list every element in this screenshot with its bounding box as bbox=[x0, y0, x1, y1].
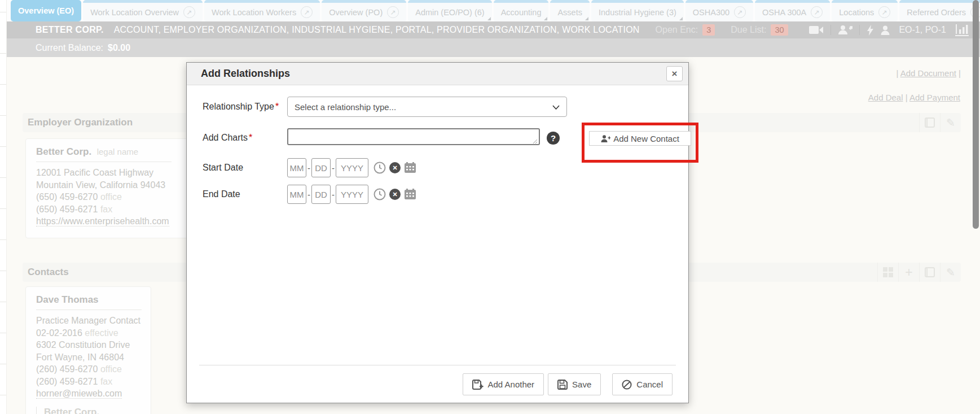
contact-email: horner@mieweb.com bbox=[36, 387, 140, 400]
clear-date-icon[interactable]: ✕ bbox=[389, 189, 401, 200]
open-in-new-icon[interactable]: ↗ bbox=[878, 6, 890, 18]
end-date-day-input[interactable] bbox=[311, 185, 331, 204]
left-collapsed-panel[interactable] bbox=[0, 0, 7, 414]
open-in-new-icon[interactable]: ↗ bbox=[387, 6, 399, 18]
cancel-button[interactable]: Cancel bbox=[612, 373, 673, 395]
add-charts-input[interactable] bbox=[287, 128, 540, 145]
tab-locations[interactable]: Locations ↗ bbox=[832, 0, 898, 21]
end-date-month-input[interactable] bbox=[287, 185, 306, 204]
save-button[interactable]: Save bbox=[548, 373, 601, 395]
employer-website-link[interactable]: https://www.enterprisehealth.com bbox=[36, 216, 169, 226]
edit-pencil-icon[interactable]: ✎ bbox=[940, 263, 961, 282]
video-camera-icon[interactable] bbox=[809, 25, 824, 34]
scrollbar-thumb[interactable] bbox=[973, 0, 979, 229]
tab-accounting[interactable]: Accounting bbox=[494, 0, 549, 21]
contact-phone-office: (260) 459-6270 office bbox=[36, 363, 140, 376]
add-document-link[interactable]: Add Document bbox=[900, 68, 956, 78]
close-icon[interactable]: × bbox=[666, 66, 683, 81]
separator: | bbox=[896, 68, 898, 78]
tab-label: Work Location Overview bbox=[90, 8, 179, 17]
add-new-contact-button[interactable]: Add New Contact bbox=[589, 131, 691, 146]
employer-section-icons: ✎ bbox=[919, 113, 961, 132]
start-date-month-input[interactable] bbox=[287, 158, 306, 177]
open-enc-label: Open Enc: bbox=[656, 25, 698, 35]
add-relationships-modal: Add Relationships × Relationship Type* S… bbox=[186, 62, 689, 403]
tab-menu-corner-icon bbox=[487, 17, 491, 20]
contact-phone-fax: (260) 459-6271 fax bbox=[36, 376, 140, 388]
edit-pencil-icon[interactable]: ✎ bbox=[940, 113, 961, 132]
open-in-new-icon[interactable]: ↗ bbox=[811, 6, 823, 18]
contact-next-entry-partial: Better Corp. bbox=[36, 407, 140, 414]
due-list-badge[interactable]: 30 bbox=[771, 24, 788, 36]
open-in-new-icon[interactable]: ↗ bbox=[301, 6, 313, 18]
tab-label: Locations bbox=[839, 8, 874, 17]
tab-assets[interactable]: Assets bbox=[550, 0, 590, 21]
tab-referred-orders[interactable]: Referred Orders ↗ bbox=[899, 0, 980, 21]
contact-effective: 02-02-2016 effective bbox=[36, 327, 140, 339]
calendar-icon[interactable] bbox=[404, 162, 416, 173]
tab-admin-eo-po-6[interactable]: Admin (EO/PO) (6) bbox=[408, 0, 491, 21]
end-date-year-input[interactable] bbox=[336, 185, 368, 204]
relationship-type-select[interactable]: Select a relationship type... bbox=[287, 97, 567, 117]
contacts-section-icons: + ✎ bbox=[877, 263, 961, 282]
log-book-icon[interactable] bbox=[919, 113, 940, 132]
open-in-new-icon[interactable]: ↗ bbox=[183, 6, 195, 18]
contact-card: Dave Thomas Practice Manager Contact 02-… bbox=[25, 286, 151, 414]
save-plus-icon bbox=[472, 380, 484, 390]
tab-osha300[interactable]: OSHA300 ↗ bbox=[685, 0, 753, 21]
page-links-second: Add Deal | Add Payment bbox=[868, 93, 960, 102]
save-icon bbox=[557, 380, 568, 390]
add-person-icon[interactable] bbox=[838, 25, 852, 35]
tab-overview-po[interactable]: Overview (PO) ↗ bbox=[322, 0, 406, 21]
header-right-icons: EO-1, PO-1 bbox=[809, 24, 969, 36]
calendar-icon[interactable] bbox=[404, 189, 416, 200]
contact-address-line1: 6302 Constitution Drive bbox=[36, 339, 140, 351]
log-book-icon[interactable] bbox=[919, 263, 940, 282]
due-list-label: Due List: bbox=[731, 25, 766, 35]
start-date-year-input[interactable] bbox=[336, 158, 368, 177]
tab-overview-eo[interactable]: Overview (EO) bbox=[11, 0, 81, 21]
tab-label: Overview (EO) bbox=[18, 6, 74, 15]
clock-icon[interactable] bbox=[373, 162, 386, 174]
end-date-label: End Date bbox=[203, 189, 287, 199]
clear-date-icon[interactable]: ✕ bbox=[389, 162, 401, 173]
tab-label: Overview (PO) bbox=[329, 8, 383, 17]
open-enc-badge[interactable]: 3 bbox=[702, 24, 715, 36]
modal-title: Add Relationships bbox=[201, 68, 290, 80]
cancel-icon bbox=[622, 380, 632, 390]
tab-label: OSHA 300A bbox=[762, 8, 806, 17]
tab-label: Assets bbox=[557, 8, 582, 17]
add-payment-link[interactable]: Add Payment bbox=[909, 93, 960, 102]
tab-label: OSHA300 bbox=[693, 8, 729, 17]
relationship-type-row: Relationship Type* Select a relationship… bbox=[203, 97, 567, 117]
tab-label: Work Location Workers bbox=[212, 8, 296, 17]
due-list-stat: Due List: 30 bbox=[731, 24, 788, 36]
start-date-row: Start Date - - ✕ bbox=[203, 158, 416, 177]
open-in-new-icon[interactable]: ↗ bbox=[734, 6, 746, 18]
tab-label: Referred Orders bbox=[907, 8, 966, 17]
tab-osha-300a[interactable]: OSHA 300A ↗ bbox=[755, 0, 830, 21]
help-icon[interactable]: ? bbox=[547, 132, 560, 145]
add-another-button[interactable]: Add Another bbox=[463, 373, 544, 395]
screen: Overview (EO) Work Location Overview ↗ W… bbox=[0, 0, 980, 414]
start-date-day-input[interactable] bbox=[311, 158, 331, 177]
contact-role: Practice Manager Contact bbox=[36, 315, 140, 327]
add-deal-link[interactable]: Add Deal bbox=[868, 93, 903, 102]
modal-footer: Add Another Save Cancel bbox=[463, 373, 673, 395]
bar-chart-icon[interactable] bbox=[955, 24, 969, 36]
add-plus-icon[interactable]: + bbox=[898, 263, 919, 282]
current-balance-value: $0.00 bbox=[108, 43, 130, 53]
tab-work-location-workers[interactable]: Work Location Workers ↗ bbox=[204, 0, 320, 21]
tab-industrial-hygiene-3[interactable]: Industrial Hygiene (3) bbox=[591, 0, 684, 21]
contacts-title: Contacts bbox=[23, 267, 69, 278]
tab-work-location-overview[interactable]: Work Location Overview ↗ bbox=[83, 0, 203, 21]
employer-name[interactable]: Better Corp. bbox=[36, 146, 91, 157]
modal-header: Add Relationships × bbox=[187, 63, 688, 85]
grid-view-icon[interactable] bbox=[877, 263, 898, 282]
user-context-label[interactable]: EO-1, PO-1 bbox=[899, 25, 946, 35]
contact-email-link[interactable]: horner@mieweb.com bbox=[36, 389, 122, 399]
page-links-top: | Add Document | bbox=[896, 68, 961, 78]
contact-name[interactable]: Dave Thomas bbox=[36, 294, 99, 305]
lightning-icon[interactable] bbox=[867, 25, 874, 36]
clock-icon[interactable] bbox=[373, 188, 386, 201]
